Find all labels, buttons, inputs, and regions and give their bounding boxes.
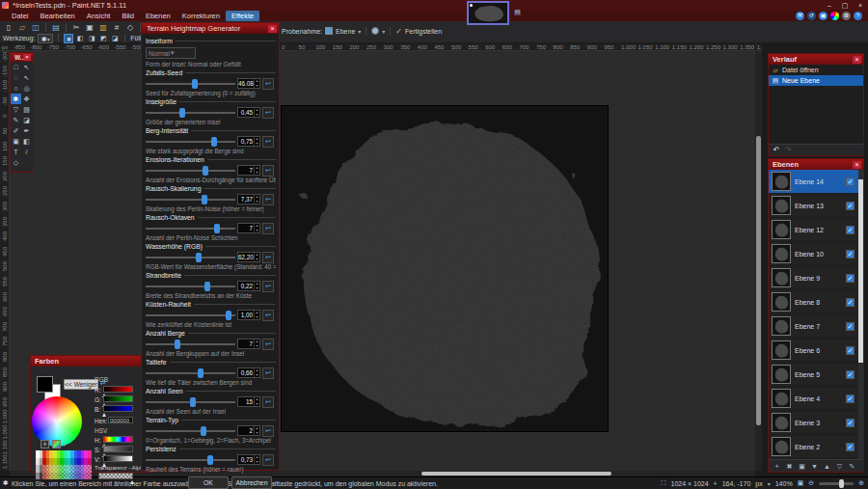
copy-button[interactable]: ▣ [84, 22, 95, 33]
spinner[interactable]: ▴▾ [254, 340, 259, 348]
spin-down-icon[interactable]: ▾ [255, 200, 259, 204]
palette-swatch[interactable] [88, 473, 92, 480]
zoom-slider[interactable] [819, 482, 854, 485]
slider-thumb[interactable] [207, 455, 213, 465]
spinner[interactable]: ▴▾ [254, 137, 259, 146]
minimize-button[interactable]: – [822, 1, 837, 11]
layer-row[interactable]: Ebene 14✓ [769, 170, 863, 194]
help-button[interactable]: ? [854, 12, 862, 20]
tools-window-toggle[interactable]: ⚒ [796, 12, 804, 20]
add-layer-button[interactable]: + [772, 461, 782, 472]
slider-value-box[interactable]: 7,37▴▾ [237, 194, 260, 204]
rectangle-select-tool[interactable]: □ [11, 62, 21, 72]
spinner[interactable]: ▴▾ [254, 368, 259, 377]
layer-row[interactable]: Ebene 7✓ [769, 314, 863, 339]
history-item[interactable]: ▤Neue Ebene [769, 75, 863, 86]
slider-track[interactable] [146, 193, 235, 205]
slider-thumb[interactable] [179, 108, 185, 118]
spin-down-icon[interactable]: ▾ [255, 229, 259, 233]
duplicate-layer-button[interactable]: ▣ [797, 461, 807, 472]
alpha-bar[interactable] [98, 473, 133, 479]
spinner[interactable]: ▴▾ [254, 426, 259, 435]
close-icon[interactable]: × [268, 25, 277, 33]
slider-value-box[interactable]: 7▴▾ [237, 165, 260, 176]
chevron-down-icon[interactable]: ▾ [63, 442, 66, 448]
paint-bucket-tool[interactable]: ▽ [11, 104, 21, 115]
spinner[interactable]: ▴▾ [254, 253, 259, 261]
slider-thumb[interactable] [203, 166, 208, 176]
layer-row[interactable]: Ebene 8✓ [769, 290, 863, 314]
value-bar[interactable] [103, 455, 133, 462]
primary-color-swatch[interactable] [37, 376, 53, 393]
recolor-tool[interactable]: ◧ [21, 136, 32, 147]
spin-down-icon[interactable]: ▾ [255, 142, 259, 147]
zoom-to-window-icon[interactable]: ▣ [798, 479, 804, 487]
slider-track[interactable] [146, 309, 235, 321]
slider-value-box[interactable]: 62,20▴▾ [237, 252, 260, 262]
ok-button[interactable]: OK [188, 476, 229, 489]
maximize-button[interactable]: ▢ [837, 1, 853, 11]
less-button[interactable]: << Weniger [64, 379, 98, 390]
ellipse-select-tool[interactable]: ○ [11, 83, 21, 94]
spinner[interactable]: ▴▾ [254, 397, 259, 406]
layer-visibility-checkbox[interactable]: ✓ [846, 370, 854, 379]
spin-down-icon[interactable]: ▾ [255, 286, 259, 291]
slider-value-box[interactable]: 0,22▴▾ [237, 281, 260, 291]
slider-track[interactable] [146, 395, 235, 408]
layer-row[interactable]: Ebene 13✓ [769, 194, 863, 218]
reset-button[interactable]: ↩ [262, 252, 274, 263]
layer-visibility-checkbox[interactable]: ✓ [846, 274, 854, 283]
spinner[interactable]: ▴▾ [254, 224, 259, 232]
chevron-down-icon[interactable]: ▾ [382, 28, 385, 35]
reset-button[interactable]: ↩ [262, 78, 274, 90]
slider-track[interactable] [146, 135, 235, 148]
paintbrush-tool[interactable]: ✎ [11, 115, 21, 125]
redo-icon[interactable]: ↷ [784, 146, 792, 154]
spinner[interactable]: ▴▾ [254, 108, 259, 117]
line-curve-tool[interactable]: / [21, 147, 32, 157]
spin-down-icon[interactable]: ▾ [255, 315, 259, 320]
reset-button[interactable]: ↩ [262, 425, 274, 437]
layer-row[interactable]: Ebene 2✓ [769, 435, 863, 459]
slider-value-box[interactable]: 2▴▾ [237, 425, 260, 436]
image-list-button[interactable]: ▤ [513, 8, 522, 16]
saturation-bar[interactable] [103, 446, 133, 452]
close-icon[interactable]: × [23, 54, 31, 61]
move-layer-up-button[interactable]: ▲ [822, 461, 832, 472]
slider-thumb[interactable] [201, 426, 206, 436]
delete-layer-button[interactable]: ✖ [784, 461, 795, 472]
slider-track[interactable] [146, 453, 235, 466]
slider-track[interactable] [146, 77, 235, 90]
magic-wand-tool[interactable]: ✱ [11, 94, 21, 104]
layer-visibility-checkbox[interactable]: ✓ [846, 346, 854, 355]
slider-value-box[interactable]: 0,66▴▾ [237, 367, 260, 378]
spin-down-icon[interactable]: ▾ [255, 431, 259, 436]
pencil-tool[interactable]: ✐ [11, 125, 21, 136]
chevron-down-icon[interactable]: ▾ [768, 480, 771, 487]
spin-down-icon[interactable]: ▾ [255, 171, 259, 176]
save-file-button[interactable]: ◫ [30, 22, 41, 33]
menu-ebenen[interactable]: Ebenen [140, 11, 176, 21]
reset-button[interactable]: ↩ [262, 223, 274, 234]
canvas-image[interactable] [282, 106, 608, 431]
layer-visibility-checkbox[interactable]: ✓ [846, 322, 854, 331]
undo-icon[interactable]: ↶ [773, 146, 780, 154]
blue-channel-bar[interactable] [103, 405, 133, 412]
island-shape-dropdown[interactable]: Normal ▾ [146, 47, 196, 59]
spin-down-icon[interactable]: ▾ [255, 402, 259, 407]
layer-visibility-checkbox[interactable]: ✓ [846, 298, 854, 307]
clone-stamp-tool[interactable]: ▣ [11, 136, 21, 147]
open-file-button[interactable]: ▱ [16, 22, 28, 33]
slider-track[interactable] [146, 164, 235, 177]
pan-tool[interactable]: ✥ [21, 94, 32, 104]
spin-down-icon[interactable]: ▾ [255, 258, 259, 262]
slider-thumb[interactable] [196, 253, 202, 262]
selection-mode-add[interactable]: ◧ [75, 34, 85, 43]
hue-bar[interactable] [103, 436, 133, 443]
slider-value-box[interactable]: 7▴▾ [237, 339, 260, 349]
cut-button[interactable]: ✂ [70, 22, 82, 33]
menu-bearbeiten[interactable]: Bearbeiten [35, 11, 81, 21]
spinner[interactable]: ▴▾ [254, 195, 259, 204]
reset-button[interactable]: ↩ [262, 367, 274, 379]
palette-swatch[interactable] [88, 465, 92, 473]
